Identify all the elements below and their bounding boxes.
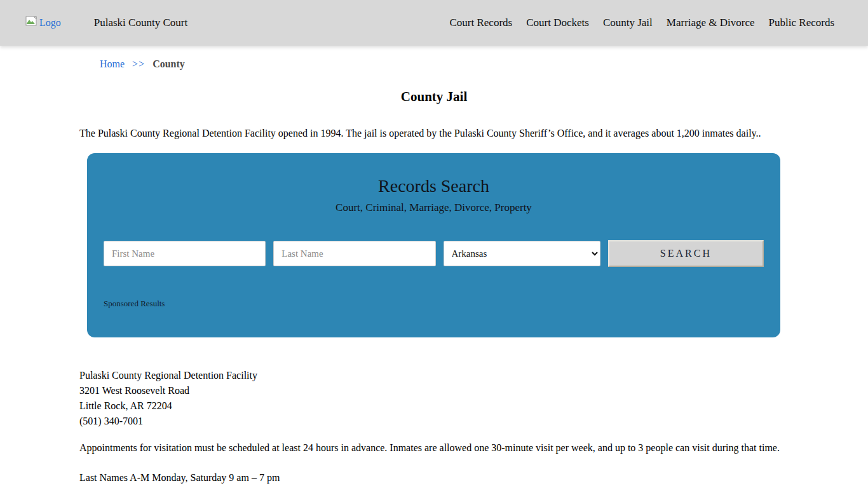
site-header: Logo Pulaski County Court Court Records … <box>0 0 868 46</box>
logo-alt-text: Logo <box>39 17 61 29</box>
visitation-paragraph: Appointments for visitation must be sche… <box>79 442 789 454</box>
state-select[interactable]: Arkansas <box>444 241 600 266</box>
nav-public-records[interactable]: Public Records <box>769 17 834 29</box>
content-container: Home >> County County Jail The Pulaski C… <box>79 58 789 488</box>
site-title: Pulaski County Court <box>94 17 187 29</box>
intro-paragraph: The Pulaski County Regional Detention Fa… <box>79 127 789 139</box>
breadcrumb: Home >> County <box>79 58 789 70</box>
records-search-form: Arkansas SEARCH <box>104 241 764 267</box>
first-name-input[interactable] <box>104 241 266 266</box>
facility-address-block: Pulaski County Regional Detention Facili… <box>79 368 789 429</box>
site-logo[interactable]: Logo <box>25 16 61 30</box>
sponsored-results-label: Sponsored Results <box>104 299 764 309</box>
facility-name: Pulaski County Regional Detention Facili… <box>79 368 789 383</box>
page-title: County Jail <box>79 89 789 105</box>
records-search-title: Records Search <box>104 176 764 196</box>
nav-county-jail[interactable]: County Jail <box>603 17 653 29</box>
breadcrumb-home-link[interactable]: Home <box>100 58 125 69</box>
records-search-panel: Records Search Court, Criminal, Marriage… <box>87 153 780 337</box>
visitation-schedule: Last Names A-M Monday, Saturday 9 am – 7… <box>79 470 789 488</box>
nav-court-dockets[interactable]: Court Dockets <box>526 17 589 29</box>
schedule-line-am: Last Names A-M Monday, Saturday 9 am – 7… <box>79 470 789 485</box>
broken-image-icon <box>25 16 38 30</box>
last-name-input[interactable] <box>273 241 435 266</box>
schedule-line-nz: Last Names N-Z Tuesday, Sunday 9 am – 7 … <box>79 485 789 488</box>
facility-phone: (501) 340-7001 <box>79 414 789 429</box>
breadcrumb-separator: >> <box>132 58 145 69</box>
nav-marriage-divorce[interactable]: Marriage & Divorce <box>667 17 755 29</box>
nav-court-records[interactable]: Court Records <box>450 17 513 29</box>
breadcrumb-current: County <box>153 58 185 69</box>
search-button[interactable]: SEARCH <box>608 240 764 267</box>
records-search-subtitle: Court, Criminal, Marriage, Divorce, Prop… <box>104 201 764 214</box>
facility-street: 3201 West Roosevelt Road <box>79 383 789 398</box>
facility-city: Little Rock, AR 72204 <box>79 398 789 414</box>
main-nav: Court Records Court Dockets County Jail … <box>450 17 834 29</box>
